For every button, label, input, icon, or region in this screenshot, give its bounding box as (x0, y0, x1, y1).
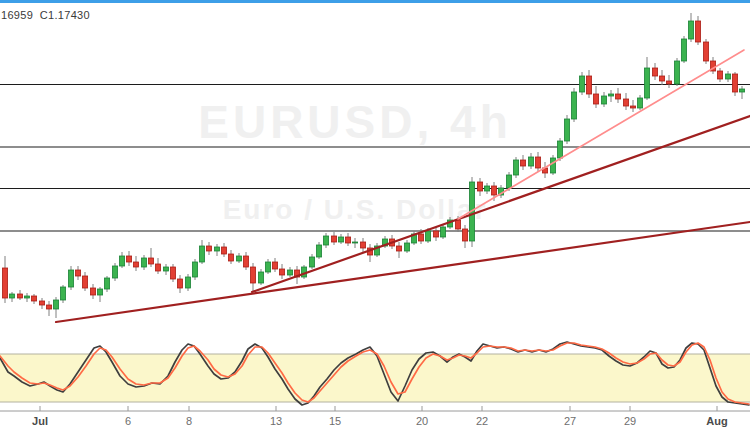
time-axis-label: 6 (125, 415, 131, 427)
time-axis-label: 22 (476, 415, 488, 427)
time-axis-label: 20 (416, 415, 428, 427)
support-trendline-shallow (56, 222, 750, 322)
candles-layer (2, 13, 744, 318)
time-axis-label: 13 (270, 415, 282, 427)
accelerated-trendline (458, 50, 744, 219)
ohlc-readout: 16959 C1.17430 (1, 9, 90, 21)
time-axis-label: Aug (706, 415, 727, 427)
time-axis-label: 27 (564, 415, 576, 427)
chart-canvas[interactable]: Jul68131520222729Aug (0, 0, 750, 430)
time-axis-label: Jul (32, 415, 48, 427)
time-axis[interactable]: Jul68131520222729Aug (0, 406, 750, 427)
time-axis-label: 29 (624, 415, 636, 427)
time-axis-label: 15 (329, 415, 341, 427)
trading-chart-window: 16959 C1.17430 EURUSD, 4h Euro / U.S. Do… (0, 0, 750, 430)
time-axis-label: 8 (186, 415, 192, 427)
support-trendline-steep (252, 116, 750, 292)
